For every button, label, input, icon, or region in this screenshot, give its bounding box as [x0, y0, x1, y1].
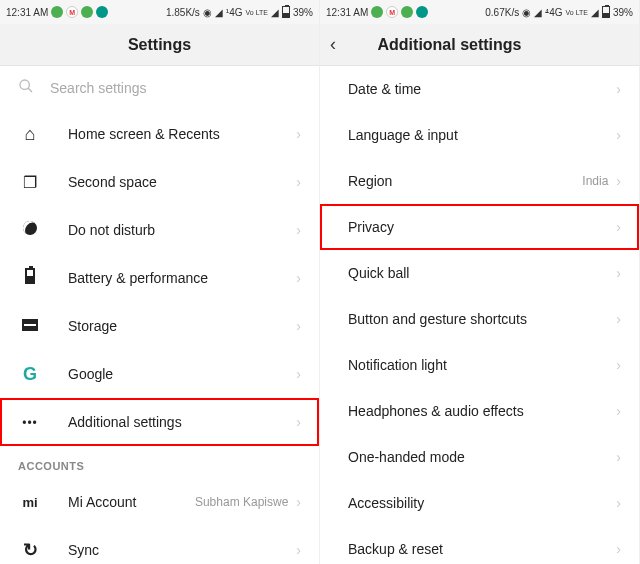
row-one-handed[interactable]: One-handed mode› — [320, 434, 639, 480]
status-speed: 0.67K/s — [485, 7, 519, 18]
status-mail-icon: M — [66, 6, 78, 18]
row-date-time[interactable]: Date & time› — [320, 66, 639, 112]
phone-left-settings: 12:31 AM M 1.85K/s ◉ ◢ ¹4G Vo LTE ◢ 39% … — [0, 0, 320, 564]
row-google[interactable]: GGoogle› — [0, 350, 319, 398]
status-app-icon — [51, 6, 63, 18]
row-region[interactable]: RegionIndia› — [320, 158, 639, 204]
status-net1: ⁴4G — [545, 7, 562, 18]
row-value: India — [582, 174, 608, 188]
status-app-icon — [96, 6, 108, 18]
row-label: Battery & performance — [68, 270, 296, 286]
row-accessibility[interactable]: Accessibility› — [320, 480, 639, 526]
svg-point-0 — [20, 80, 29, 89]
status-battery-pct: 39% — [613, 7, 633, 18]
chevron-right-icon: › — [296, 222, 301, 238]
search-placeholder: Search settings — [50, 80, 147, 96]
signal-icon: ◢ — [271, 7, 279, 18]
status-bar: 12:31 AM M 0.67K/s ◉ ◢ ⁴4G Vo LTE ◢ 39% — [320, 0, 639, 24]
row-label: One-handed mode — [348, 449, 616, 465]
signal-icon: ◢ — [591, 7, 599, 18]
row-button-gesture[interactable]: Button and gesture shortcuts› — [320, 296, 639, 342]
chevron-right-icon: › — [616, 357, 621, 373]
battery-icon — [282, 6, 290, 18]
chevron-right-icon: › — [296, 318, 301, 334]
chevron-right-icon: › — [616, 449, 621, 465]
row-label: Notification light — [348, 357, 616, 373]
row-label: Sync — [68, 542, 296, 558]
status-bar: 12:31 AM M 1.85K/s ◉ ◢ ¹4G Vo LTE ◢ 39% — [0, 0, 319, 24]
chevron-right-icon: › — [616, 495, 621, 511]
chevron-right-icon: › — [616, 219, 621, 235]
row-label: Do not disturb — [68, 222, 296, 238]
row-home-screen-recents[interactable]: Home screen & Recents› — [0, 110, 319, 158]
sync-icon — [18, 539, 42, 561]
row-additional-settings[interactable]: Additional settings› — [0, 398, 319, 446]
row-battery-performance[interactable]: Battery & performance› — [0, 254, 319, 302]
second-space-icon — [18, 173, 42, 192]
status-app-icon — [371, 6, 383, 18]
page-title: Additional settings — [378, 36, 522, 54]
signal-icon: ◢ — [534, 7, 542, 18]
status-time: 12:31 AM — [326, 7, 368, 18]
row-mi-account[interactable]: miMi AccountSubham Kapiswe› — [0, 478, 319, 526]
page-title: Settings — [128, 36, 191, 54]
row-label: Second space — [68, 174, 296, 190]
chevron-right-icon: › — [616, 127, 621, 143]
row-label: Accessibility — [348, 495, 616, 511]
row-headphones-audio[interactable]: Headphones & audio effects› — [320, 388, 639, 434]
row-privacy[interactable]: Privacy› — [320, 204, 639, 250]
mi-account-icon: mi — [18, 493, 42, 511]
accounts-list: miMi AccountSubham Kapiswe›Sync› — [0, 478, 319, 564]
chevron-right-icon: › — [616, 173, 621, 189]
back-icon[interactable]: ‹ — [330, 34, 336, 55]
row-label: Region — [348, 173, 582, 189]
chevron-right-icon: › — [296, 414, 301, 430]
settings-list: Home screen & Recents›Second space›Do no… — [0, 110, 319, 446]
phone-right-additional-settings: 12:31 AM M 0.67K/s ◉ ◢ ⁴4G Vo LTE ◢ 39% … — [320, 0, 640, 564]
status-mail-icon: M — [386, 6, 398, 18]
status-net2: Vo LTE — [246, 9, 268, 16]
storage-icon — [18, 317, 42, 335]
row-backup-reset[interactable]: Backup & reset› — [320, 526, 639, 564]
status-app-icon — [401, 6, 413, 18]
chevron-right-icon: › — [296, 270, 301, 286]
row-value: Subham Kapiswe — [195, 495, 288, 509]
status-app-icon — [81, 6, 93, 18]
row-label: Button and gesture shortcuts — [348, 311, 616, 327]
status-net1: ¹4G — [226, 7, 243, 18]
row-second-space[interactable]: Second space› — [0, 158, 319, 206]
row-storage[interactable]: Storage› — [0, 302, 319, 350]
chevron-right-icon: › — [296, 174, 301, 190]
row-label: Headphones & audio effects — [348, 403, 616, 419]
row-label: Home screen & Recents — [68, 126, 296, 142]
row-quick-ball[interactable]: Quick ball› — [320, 250, 639, 296]
battery-performance-icon — [18, 268, 42, 288]
google-icon: G — [18, 364, 42, 385]
header: ‹ Additional settings — [320, 24, 639, 66]
svg-line-1 — [28, 88, 32, 92]
row-notification-light[interactable]: Notification light› — [320, 342, 639, 388]
section-accounts: ACCOUNTS — [0, 446, 319, 478]
chevron-right-icon: › — [296, 366, 301, 382]
wifi-icon: ◉ — [203, 7, 212, 18]
row-sync[interactable]: Sync› — [0, 526, 319, 564]
row-label: Additional settings — [68, 414, 296, 430]
row-label: Storage — [68, 318, 296, 334]
status-battery-pct: 39% — [293, 7, 313, 18]
row-label: Language & input — [348, 127, 616, 143]
chevron-right-icon: › — [616, 311, 621, 327]
search-bar[interactable]: Search settings — [0, 66, 319, 110]
row-language-input[interactable]: Language & input› — [320, 112, 639, 158]
chevron-right-icon: › — [616, 541, 621, 557]
additional-settings-list: Date & time›Language & input›RegionIndia… — [320, 66, 639, 564]
row-label: Google — [68, 366, 296, 382]
chevron-right-icon: › — [296, 494, 301, 510]
battery-icon — [602, 6, 610, 18]
chevron-right-icon: › — [296, 126, 301, 142]
row-label: Mi Account — [68, 494, 195, 510]
header: Settings — [0, 24, 319, 66]
row-do-not-disturb[interactable]: Do not disturb› — [0, 206, 319, 254]
wifi-icon: ◉ — [522, 7, 531, 18]
chevron-right-icon: › — [296, 542, 301, 558]
do-not-disturb-icon — [18, 221, 42, 239]
